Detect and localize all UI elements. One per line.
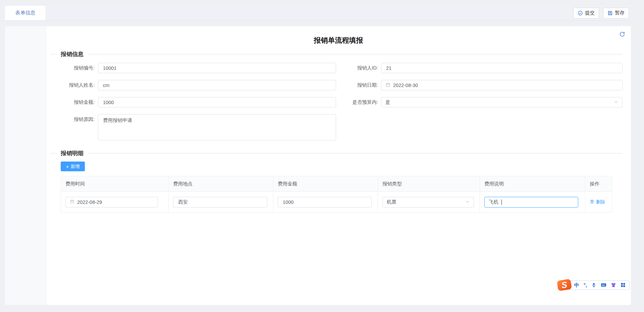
check-circle-icon bbox=[578, 10, 583, 16]
left-gutter bbox=[5, 26, 46, 305]
save-draft-button[interactable]: 暂存 bbox=[603, 8, 629, 18]
ime-toolbox-grid-icon[interactable] bbox=[621, 282, 626, 287]
expense-date-label: 报销日期: bbox=[304, 80, 378, 90]
tab-form-info[interactable]: 表单信息 bbox=[5, 6, 46, 20]
submit-button[interactable]: 提交 bbox=[573, 8, 599, 18]
section-divider-info: 报销信息 bbox=[50, 51, 622, 57]
header-expense-type: 报销类型 bbox=[378, 176, 480, 191]
topbar-actions: 提交 暂存 bbox=[573, 6, 631, 20]
topbar: 表单信息 提交 暂存 bbox=[5, 6, 631, 20]
applicant-name-input[interactable] bbox=[98, 80, 336, 90]
field-in-budget: 是否预算内: 是 bbox=[304, 97, 623, 107]
header-expense-place: 费用地点 bbox=[169, 176, 273, 191]
tab-form-info-label: 表单信息 bbox=[15, 10, 36, 16]
delete-row-label: 删除 bbox=[596, 199, 605, 205]
field-expense-date: 报销日期: 2022-08-30 bbox=[304, 80, 623, 90]
sogou-logo-icon[interactable]: S bbox=[557, 279, 572, 291]
section-divider-detail: 报销明细 bbox=[50, 150, 622, 156]
field-amount: 报销金额: bbox=[49, 97, 336, 107]
text-caret bbox=[501, 199, 502, 205]
trash-icon bbox=[590, 199, 594, 205]
row-expense-place-input[interactable] bbox=[173, 197, 267, 208]
field-applicant-name: 报销人姓名: bbox=[49, 80, 336, 90]
submit-button-label: 提交 bbox=[585, 10, 595, 16]
chevron-down-icon bbox=[465, 199, 470, 205]
table-header-row: 费用时间 费用地点 费用金额 报销类型 费用说明 操作 bbox=[61, 176, 612, 192]
expense-date-value: 2022-08-30 bbox=[393, 83, 618, 88]
expense-no-label: 报销编号: bbox=[49, 63, 95, 73]
applicant-id-input[interactable] bbox=[381, 63, 623, 73]
applicant-id-label: 报销人ID: bbox=[304, 63, 378, 73]
row-expense-time-value: 2022-08-29 bbox=[77, 199, 154, 205]
row-expense-type-select[interactable]: 机票 bbox=[382, 197, 474, 208]
amount-label: 报销金额: bbox=[49, 97, 95, 107]
field-reason: 报销原因: 费用报销申请 bbox=[49, 114, 336, 140]
header-actions: 操作 bbox=[585, 176, 612, 191]
ime-punctuation-icon[interactable]: °, bbox=[584, 282, 587, 287]
expense-date-picker[interactable]: 2022-08-30 bbox=[381, 80, 623, 90]
section-title-detail: 报销明细 bbox=[61, 149, 84, 157]
amount-input[interactable] bbox=[98, 97, 336, 107]
header-expense-desc: 费用说明 bbox=[480, 176, 585, 191]
screen: 表单信息 提交 暂存 bbox=[0, 0, 644, 312]
in-budget-value: 是 bbox=[385, 99, 611, 105]
save-draft-button-label: 暂存 bbox=[615, 10, 625, 16]
ime-chinese-mode-icon[interactable]: 中 bbox=[574, 282, 579, 287]
chevron-down-icon bbox=[614, 100, 618, 105]
add-row-button[interactable]: + 新增 bbox=[61, 162, 85, 171]
reason-label: 报销原因: bbox=[49, 114, 95, 125]
row-expense-time-picker[interactable]: 2022-08-29 bbox=[65, 197, 158, 208]
row-expense-amount-input[interactable] bbox=[278, 197, 372, 208]
applicant-name-label: 报销人姓名: bbox=[49, 80, 95, 90]
page-title: 报销单流程填报 bbox=[46, 36, 631, 45]
calendar-icon bbox=[385, 82, 390, 88]
floppy-disk-icon bbox=[607, 10, 613, 16]
header-expense-amount: 费用金额 bbox=[273, 176, 378, 191]
add-row-button-label: 新增 bbox=[70, 164, 79, 170]
ime-microphone-icon[interactable] bbox=[591, 282, 596, 287]
form-panel: 报销单流程填报 报销信息 报销编号: 报销人ID: 报销人姓名: 报销日期: bbox=[5, 26, 631, 305]
expense-detail-table: 费用时间 费用地点 费用金额 报销类型 费用说明 操作 bbox=[61, 176, 612, 213]
calendar-icon bbox=[70, 199, 74, 205]
row-expense-desc-input[interactable]: 飞机 bbox=[484, 197, 578, 208]
plus-icon: + bbox=[66, 164, 69, 169]
in-budget-label: 是否预算内: bbox=[304, 97, 378, 107]
field-applicant-id: 报销人ID: bbox=[304, 63, 623, 73]
ime-skin-shirt-icon[interactable] bbox=[611, 282, 616, 287]
header-expense-time: 费用时间 bbox=[61, 176, 169, 191]
table-row: 2022-08-29 机票 bbox=[61, 192, 612, 212]
form-panel-main: 报销单流程填报 报销信息 报销编号: 报销人ID: 报销人姓名: 报销日期: bbox=[46, 26, 631, 305]
in-budget-select[interactable]: 是 bbox=[381, 97, 623, 107]
ime-toolbar: S 中 °, bbox=[557, 280, 630, 290]
ime-keyboard-icon[interactable] bbox=[601, 282, 606, 287]
row-expense-desc-value: 飞机 bbox=[489, 199, 498, 205]
reason-textarea[interactable]: 费用报销申请 bbox=[98, 114, 336, 140]
delete-row-button[interactable]: 删除 bbox=[590, 199, 605, 205]
expense-no-input[interactable] bbox=[98, 63, 336, 73]
section-title-info: 报销信息 bbox=[61, 50, 84, 58]
field-expense-no: 报销编号: bbox=[49, 63, 336, 73]
row-expense-type-value: 机票 bbox=[387, 199, 463, 205]
